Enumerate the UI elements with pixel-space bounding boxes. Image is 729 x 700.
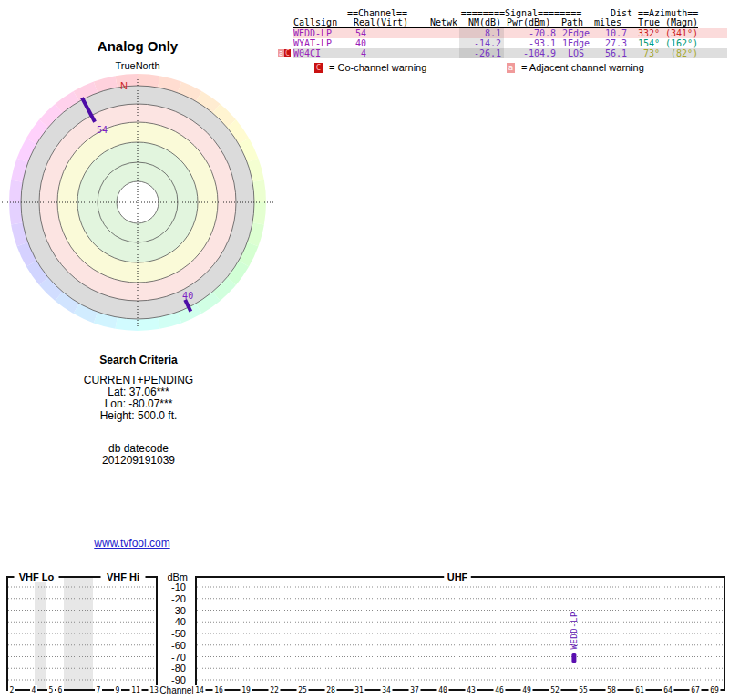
power-cell: -70.8 (507, 28, 556, 38)
band-title: VHF Hi (107, 571, 139, 582)
miles-cell: 27.3 (590, 38, 627, 48)
table-row: WYAT-LP 40 -14.2 -93.1 1Edge 27.3 154° (… (293, 38, 727, 48)
channel-tick-label: 67 (691, 686, 700, 695)
col-header-real: Real (354, 17, 375, 27)
channel-tick-label: 6 (58, 686, 63, 695)
col-header-callsign: Callsign (293, 17, 337, 27)
power-cell: -93.1 (507, 38, 556, 48)
channel-tick-label: 64 (663, 686, 673, 695)
channel-tick-label: 40 (438, 686, 447, 695)
station-marker-label: 40 (182, 291, 193, 301)
y-tick-label: -80 (171, 663, 186, 674)
channel-tick-label: 5 (49, 686, 54, 695)
north-marker: N (120, 80, 128, 91)
y-tick-label: -70 (171, 652, 186, 663)
plot-title: Analog Only (0, 38, 275, 54)
x-axis-label: Channel (159, 685, 193, 695)
channel-cell: 4 (335, 48, 366, 58)
adjacent-channel-warning-icon: a (278, 49, 284, 57)
channel-tick-label: 19 (241, 686, 251, 695)
channel-tick-label: 43 (467, 686, 476, 695)
col-header-path: Path (561, 17, 583, 27)
channel-tick-label: 25 (298, 686, 307, 695)
col-header-magn: (Magn) (665, 17, 698, 27)
y-tick-label: -60 (171, 640, 186, 651)
channel-tick-label: 52 (550, 686, 560, 695)
y-tick-label: -90 (171, 674, 186, 685)
channel-tick-label: 34 (382, 686, 391, 695)
adjacent-channel-legend-text: = Adjacent channel warning (521, 62, 644, 73)
band-title: VHF Lo (19, 571, 55, 582)
azimuth-magn-cell: (82°) (660, 48, 698, 58)
channel-tick-label: 31 (354, 686, 364, 695)
channel-tick-label: 22 (270, 686, 279, 695)
channel-tick-label: 14 (195, 686, 204, 695)
spectrum-chart: VHF LoVHF HiUHFdBm-10-20-30-40-50-60-70-… (0, 565, 729, 700)
nm-cell: 8.1 (459, 28, 504, 38)
channel-tick-label: 55 (579, 686, 588, 695)
tvfool-link-wrap: www.tvfool.com (27, 537, 237, 550)
channel-tick-label: 7 (97, 686, 101, 695)
col-header-miles: miles (594, 17, 621, 27)
criteria-height: Height: 500.0 ft. (27, 410, 250, 422)
y-tick-label: -40 (171, 616, 186, 627)
channel-tick-label: 2 (10, 686, 15, 695)
table-row: WEDD-LP 54 8.1 -70.8 2Edge 10.7 332° (34… (293, 28, 727, 38)
nm-cell: -14.2 (459, 38, 504, 48)
callsign-cell: W04CI (293, 48, 321, 58)
azimuth-true-cell: 154° (631, 38, 660, 48)
power-cell: -104.9 (507, 48, 556, 58)
callsign-cell: WYAT-LP (293, 38, 332, 48)
signal-marker-WEDD-LP (571, 653, 576, 663)
row-warning-icons: aC (278, 49, 291, 59)
azimuth-true-cell: 332° (631, 28, 660, 38)
channel-tick-label: 13 (149, 686, 159, 695)
y-tick-label: -50 (171, 628, 186, 639)
azimuth-magn-cell: (162°) (660, 38, 698, 48)
co-channel-warning-icon: C (284, 49, 291, 57)
azimuth-magn-cell: (341°) (660, 28, 698, 38)
search-criteria: Search Criteria CURRENT+PENDING Lat: 37.… (27, 355, 250, 467)
y-tick-label: -30 (171, 605, 186, 616)
col-header-nm: NM(dB) (468, 17, 501, 27)
miles-cell: 56.1 (590, 48, 627, 58)
channel-tick-label: 37 (410, 686, 419, 695)
channel-cell: 40 (335, 38, 366, 48)
band-title: UHF (447, 571, 468, 582)
nm-cell: -26.1 (459, 48, 504, 58)
azimuth-true-cell: 73° (631, 48, 660, 58)
station-marker-label: 54 (97, 125, 108, 135)
col-header-netwk: Netwk (430, 17, 457, 27)
db-datecode: db datecode 201209191039 (27, 443, 250, 467)
channel-tick-label: 4 (32, 686, 36, 695)
radar-plot: N5440 (0, 67, 275, 334)
channel-tick-label: 58 (607, 686, 616, 695)
channel-tick-label: 69 (710, 686, 719, 695)
co-channel-legend-text: = Co-channel warning (329, 62, 426, 73)
table-row: aC W04CI 4 -26.1 -104.9 LOS 56.1 73° (82… (293, 48, 727, 58)
col-header-virt: (Virt) (375, 17, 408, 27)
channel-tick-label: 61 (635, 686, 644, 695)
col-header-pwr: Pwr(dBm) (507, 17, 550, 27)
y-tick-label: -20 (171, 593, 186, 604)
channel-tick-label: 28 (326, 686, 335, 695)
callsign-cell: WEDD-LP (293, 28, 332, 38)
channel-tick-label: 49 (522, 686, 531, 695)
channel-cell: 54 (335, 28, 366, 38)
channel-tick-label: 11 (131, 686, 140, 695)
tvfool-link[interactable]: www.tvfool.com (94, 537, 169, 550)
adjacent-channel-warning-icon: a (507, 63, 515, 73)
search-criteria-heading: Search Criteria (27, 355, 250, 366)
db-datecode-value: 201209191039 (27, 455, 250, 467)
miles-cell: 10.7 (590, 28, 627, 38)
signal-marker-label: WEDD-LP (570, 612, 579, 650)
y-tick-label: -10 (171, 582, 186, 592)
col-header-true: True (638, 17, 660, 27)
channel-tick-label: 9 (116, 686, 120, 695)
channel-tick-label: 46 (495, 686, 504, 695)
table-column-header: Callsign Real (Virt) Netwk NM(dB) Pwr(dB… (293, 17, 698, 28)
channel-tick-label: 16 (214, 686, 223, 695)
co-channel-warning-icon: C (314, 63, 323, 73)
shaded-band (64, 578, 93, 689)
